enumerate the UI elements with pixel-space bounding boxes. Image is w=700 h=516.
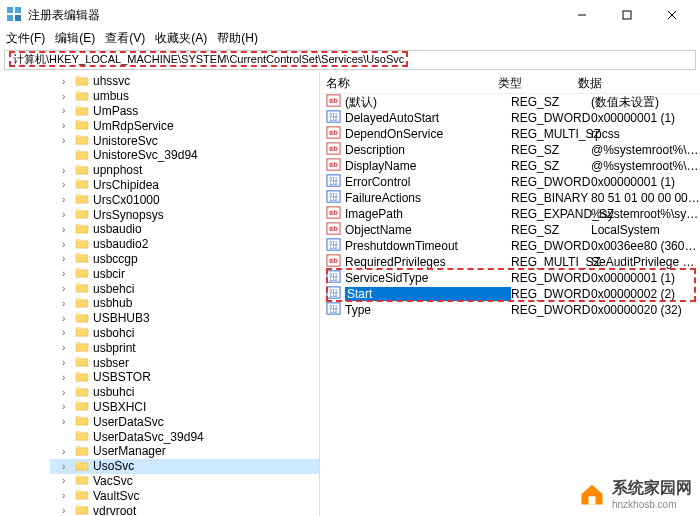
tree-item[interactable]: ›USBXHCI [50, 400, 319, 415]
expander-icon[interactable]: › [62, 135, 72, 146]
tree-item[interactable]: ›VaultSvc [50, 488, 319, 503]
maximize-button[interactable] [604, 0, 649, 30]
address-bar[interactable]: 计算机\HKEY_LOCAL_MACHINE\SYSTEM\CurrentCon… [4, 50, 696, 70]
value-type: REG_DWORD [511, 287, 591, 301]
expander-icon[interactable]: › [62, 194, 72, 205]
tree-item[interactable]: ›UmPass [50, 104, 319, 119]
value-row[interactable]: (默认)REG_SZ(数值未设置) [320, 94, 700, 110]
tree-item[interactable]: ›usbhub [50, 296, 319, 311]
value-row[interactable]: RequiredPrivilegesREG_MULTI_SZSeAuditPri… [320, 254, 700, 270]
tree-item[interactable]: UserDataSvc_39d94 [50, 429, 319, 444]
expander-icon[interactable]: › [62, 209, 72, 220]
expander-icon[interactable]: › [62, 505, 72, 516]
tree-item[interactable]: ›UserManager [50, 444, 319, 459]
expander-icon[interactable]: › [62, 298, 72, 309]
value-row[interactable]: ServiceSidTypeREG_DWORD0x00000001 (1) [320, 270, 700, 286]
folder-icon [75, 459, 89, 474]
expander-icon[interactable]: › [62, 313, 72, 324]
minimize-button[interactable] [559, 0, 604, 30]
tree-item[interactable]: ›usbaudio2 [50, 237, 319, 252]
tree-item[interactable]: ›UmRdpService [50, 118, 319, 133]
value-row[interactable]: FailureActionsREG_BINARY80 51 01 00 00 0… [320, 190, 700, 206]
list-panel[interactable]: 名称 类型 数据 (默认)REG_SZ(数值未设置)DelayedAutoSta… [320, 72, 700, 516]
header-name[interactable]: 名称 [320, 72, 492, 93]
tree-item[interactable]: ›upnphost [50, 163, 319, 178]
menu-edit[interactable]: 编辑(E) [55, 30, 95, 50]
menu-file[interactable]: 文件(F) [6, 30, 45, 50]
value-row[interactable]: StartREG_DWORD0x00000002 (2) [320, 286, 700, 302]
expander-icon[interactable]: › [62, 327, 72, 338]
tree-item[interactable]: ›umbus [50, 89, 319, 104]
tree-item[interactable]: ›UserDataSvc [50, 414, 319, 429]
expander-icon[interactable]: › [62, 416, 72, 427]
expander-icon[interactable]: › [62, 105, 72, 116]
header-type[interactable]: 类型 [492, 72, 572, 93]
expander-icon[interactable]: › [62, 239, 72, 250]
expander-icon[interactable]: › [62, 120, 72, 131]
folder-icon [75, 163, 89, 178]
tree-item[interactable]: ›vdrvroot [50, 503, 319, 516]
folder-icon [75, 104, 89, 119]
tree-item[interactable]: UnistoreSvc_39d94 [50, 148, 319, 163]
value-row[interactable]: PreshutdownTimeoutREG_DWORD0x0036ee80 (3… [320, 238, 700, 254]
folder-icon [75, 473, 89, 488]
expander-icon[interactable]: › [62, 268, 72, 279]
header-data[interactable]: 数据 [572, 72, 700, 93]
tree-item[interactable]: ›usbprint [50, 340, 319, 355]
tree-item[interactable]: ›usbehci [50, 281, 319, 296]
expander-icon[interactable]: › [62, 165, 72, 176]
expander-icon[interactable]: › [62, 461, 72, 472]
tree-item[interactable]: ›USBHUB3 [50, 311, 319, 326]
tree-item[interactable]: ›usbohci [50, 326, 319, 341]
tree-item[interactable]: ›usbccgp [50, 252, 319, 267]
tree-item[interactable]: ›usbser [50, 355, 319, 370]
folder-icon [75, 296, 89, 311]
expander-icon[interactable]: › [62, 91, 72, 102]
close-button[interactable] [649, 0, 694, 30]
value-row[interactable]: TypeREG_DWORD0x00000020 (32) [320, 302, 700, 318]
address-path: 计算机\HKEY_LOCAL_MACHINE\SYSTEM\CurrentCon… [9, 51, 408, 67]
tree-item[interactable]: ›UrsChipidea [50, 178, 319, 193]
value-data: @%systemroot%\system3 [591, 159, 700, 173]
tree-item[interactable]: ›UrsSynopsys [50, 207, 319, 222]
value-row[interactable]: DisplayNameREG_SZ@%systemroot%\system3 [320, 158, 700, 174]
expander-icon[interactable]: › [62, 357, 72, 368]
value-row[interactable]: DescriptionREG_SZ@%systemroot%\system3 [320, 142, 700, 158]
value-row[interactable]: ErrorControlREG_DWORD0x00000001 (1) [320, 174, 700, 190]
tree-item[interactable]: ›usbaudio [50, 222, 319, 237]
expander-icon[interactable]: › [62, 475, 72, 486]
expander-icon[interactable]: › [62, 387, 72, 398]
value-row[interactable]: DelayedAutoStartREG_DWORD0x00000001 (1) [320, 110, 700, 126]
value-data: %systemroot%\system32\ [591, 207, 700, 221]
value-row[interactable]: ImagePathREG_EXPAND_SZ%systemroot%\syste… [320, 206, 700, 222]
expander-icon[interactable]: › [62, 224, 72, 235]
tree-panel[interactable]: ›uhssvc›umbus›UmPass›UmRdpService›Unisto… [0, 72, 320, 516]
tree-item-label: vdrvroot [93, 504, 136, 517]
menu-view[interactable]: 查看(V) [105, 30, 145, 50]
tree-item[interactable]: ›usbuhci [50, 385, 319, 400]
expander-icon[interactable]: › [62, 490, 72, 501]
value-row[interactable]: ObjectNameREG_SZLocalSystem [320, 222, 700, 238]
expander-icon[interactable]: › [62, 253, 72, 264]
expander-icon[interactable]: › [62, 76, 72, 87]
expander-icon[interactable]: › [62, 179, 72, 190]
tree-item-label: VacSvc [93, 474, 133, 488]
tree-item[interactable]: ›UsoSvc [50, 459, 319, 474]
expander-icon[interactable]: › [62, 283, 72, 294]
tree-item-label: UmRdpService [93, 119, 174, 133]
folder-icon [75, 148, 89, 163]
tree-item[interactable]: ›uhssvc [50, 74, 319, 89]
tree-item[interactable]: ›usbcir [50, 266, 319, 281]
menu-favorites[interactable]: 收藏夹(A) [155, 30, 207, 50]
expander-icon[interactable]: › [62, 372, 72, 383]
menu-help[interactable]: 帮助(H) [217, 30, 258, 50]
tree-item[interactable]: ›VacSvc [50, 474, 319, 489]
expander-icon[interactable]: › [62, 342, 72, 353]
tree-item[interactable]: ›USBSTOR [50, 370, 319, 385]
tree-item[interactable]: ›UrsCx01000 [50, 192, 319, 207]
tree-item[interactable]: ›UnistoreSvc [50, 133, 319, 148]
expander-icon[interactable]: › [62, 446, 72, 457]
value-row[interactable]: DependOnServiceREG_MULTI_SZrpcss [320, 126, 700, 142]
value-data: 0x00000001 (1) [591, 271, 700, 285]
expander-icon[interactable]: › [62, 401, 72, 412]
